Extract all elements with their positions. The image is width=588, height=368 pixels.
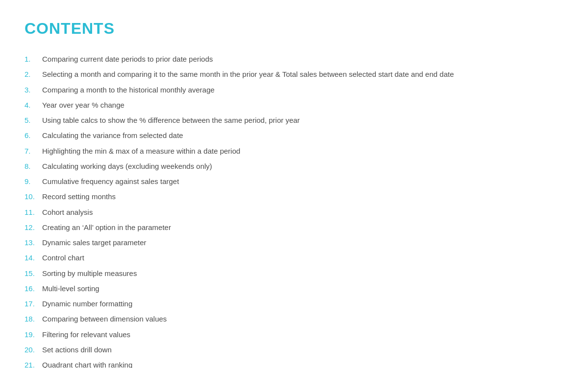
list-item: 12.Creating an ‘All’ option in the param…	[24, 220, 564, 235]
list-item: 5.Using table calcs to show the % differ…	[24, 113, 564, 128]
list-item: 15.Sorting by multiple measures	[24, 266, 564, 281]
item-text: Multi-level sorting	[42, 283, 99, 294]
item-number: 10.	[24, 191, 42, 202]
item-number: 11.	[24, 207, 42, 218]
item-number: 9.	[24, 176, 42, 187]
item-text: Quadrant chart with ranking	[42, 359, 132, 368]
item-number: 13.	[24, 237, 42, 248]
list-item: 8.Calculating working days (excluding we…	[24, 159, 564, 174]
list-item: 20.Set actions drill down	[24, 342, 564, 357]
item-number: 17.	[24, 298, 42, 309]
list-item: 7.Highlighting the min & max of a measur…	[24, 143, 564, 159]
list-item: 14.Control chart	[24, 250, 564, 265]
item-text: Year over year % change	[42, 99, 124, 111]
item-text: Record setting months	[42, 191, 116, 202]
page-title: CONTENTS	[24, 20, 564, 38]
item-text: Comparing between dimension values	[42, 313, 167, 324]
list-item: 18.Comparing between dimension values	[24, 311, 564, 326]
item-number: 1.	[24, 53, 42, 65]
item-text: Cumulative frequency against sales targe…	[42, 176, 179, 187]
item-number: 18.	[24, 313, 42, 324]
list-item: 11.Cohort analysis	[24, 205, 564, 220]
contents-list: 1.Comparing current date periods to prio…	[24, 51, 564, 368]
item-number: 21.	[24, 359, 42, 368]
item-text: Filtering for relevant values	[42, 329, 130, 340]
item-text: Control chart	[42, 252, 84, 263]
item-number: 3.	[24, 84, 42, 95]
item-text: Dynamic sales target parameter	[42, 237, 147, 248]
item-number: 20.	[24, 344, 42, 355]
item-text: Highlighting the min & max of a measure …	[42, 145, 240, 157]
item-text: Calculating the variance from selected d…	[42, 130, 183, 141]
item-text: Calculating working days (excluding week…	[42, 161, 212, 172]
list-item: 10.Record setting months	[24, 189, 564, 204]
item-number: 6.	[24, 130, 42, 141]
item-text: Comparing a month to the historical mont…	[42, 84, 215, 95]
item-number: 19.	[24, 329, 42, 340]
item-number: 12.	[24, 222, 42, 233]
list-item: 2.Selecting a month and comparing it to …	[24, 67, 564, 82]
item-text: Cohort analysis	[42, 207, 93, 218]
list-item: 17.Dynamic number formatting	[24, 296, 564, 311]
list-item: 21.Quadrant chart with ranking	[24, 357, 564, 368]
list-item: 16.Multi-level sorting	[24, 281, 564, 296]
item-text: Dynamic number formatting	[42, 298, 132, 309]
item-text: Selecting a month and comparing it to th…	[42, 69, 454, 80]
item-text: Using table calcs to show the % differen…	[42, 115, 300, 126]
list-item: 13.Dynamic sales target parameter	[24, 235, 564, 250]
item-text: Comparing current date periods to prior …	[42, 53, 213, 65]
item-text: Creating an ‘All’ option in the paramete…	[42, 222, 171, 233]
item-number: 2.	[24, 69, 42, 80]
item-number: 14.	[24, 252, 42, 263]
list-item: 1.Comparing current date periods to prio…	[24, 51, 564, 67]
list-item: 9.Cumulative frequency against sales tar…	[24, 174, 564, 189]
item-number: 4.	[24, 99, 42, 111]
list-item: 4.Year over year % change	[24, 97, 564, 113]
item-number: 15.	[24, 268, 42, 279]
list-item: 3.Comparing a month to the historical mo…	[24, 82, 564, 97]
item-number: 7.	[24, 145, 42, 157]
list-item: 6.Calculating the variance from selected…	[24, 128, 564, 143]
item-text: Sorting by multiple measures	[42, 268, 137, 279]
list-item: 19.Filtering for relevant values	[24, 327, 564, 342]
item-text: Set actions drill down	[42, 344, 112, 355]
item-number: 5.	[24, 115, 42, 126]
item-number: 8.	[24, 161, 42, 172]
item-number: 16.	[24, 283, 42, 294]
